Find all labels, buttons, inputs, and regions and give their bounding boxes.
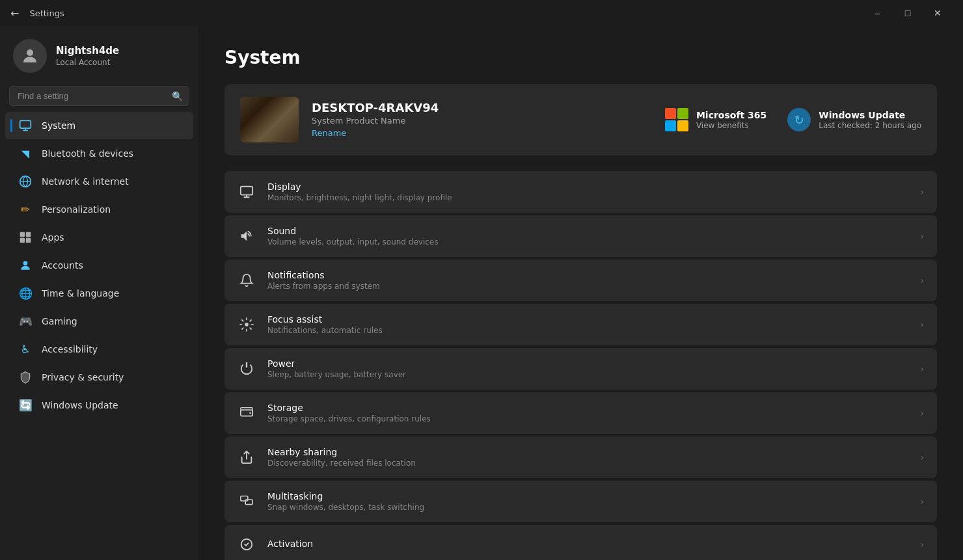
title-bar-left: ← Settings [10, 7, 64, 20]
sidebar-label-personalization: Personalization [42, 204, 111, 215]
sidebar: Nightsh4de Local Account 🔍 System ◥ [0, 26, 198, 560]
back-button[interactable]: ← [10, 7, 19, 20]
ms-tile-yellow [677, 120, 688, 131]
svg-point-8 [245, 323, 249, 327]
notifications-title: Notifications [267, 270, 908, 280]
sidebar-item-personalization[interactable]: ✏ Personalization [5, 196, 193, 223]
accounts-icon [18, 258, 33, 273]
focus-icon [237, 315, 256, 334]
setting-item-multitasking[interactable]: Multitasking Snap windows, desktops, tas… [224, 481, 937, 522]
gaming-icon: 🎮 [18, 314, 33, 328]
computer-name: DESKTOP-4RAKV94 [312, 101, 652, 114]
setting-item-storage[interactable]: Storage Storage space, drives, configura… [224, 392, 937, 434]
computer-info: DESKTOP-4RAKV94 System Product Name Rena… [312, 101, 652, 139]
setting-item-notifications[interactable]: Notifications Alerts from apps and syste… [224, 260, 937, 301]
display-title: Display [267, 181, 908, 192]
activation-title: Activation [267, 539, 908, 549]
setting-item-nearby[interactable]: Nearby sharing Discoverability, received… [224, 436, 937, 478]
power-title: Power [267, 358, 908, 369]
settings-list: Display Monitors, brightness, night ligh… [224, 171, 937, 560]
sidebar-label-time: Time & language [42, 288, 119, 299]
windows-update-sublabel: Last checked: 2 hours ago [819, 121, 921, 130]
sidebar-item-time[interactable]: 🌐 Time & language [5, 280, 193, 307]
sidebar-item-update[interactable]: 🔄 Windows Update [5, 392, 193, 419]
notifications-icon [237, 271, 256, 289]
multitasking-desc: Snap windows, desktops, task switching [267, 503, 908, 512]
notifications-desc: Alerts from apps and system [267, 282, 908, 291]
user-account-type: Local Account [56, 58, 119, 67]
nearby-title: Nearby sharing [267, 447, 908, 457]
power-desc: Sleep, battery usage, battery saver [267, 370, 908, 379]
windows-update-action[interactable]: ↻ Windows Update Last checked: 2 hours a… [787, 108, 921, 131]
sidebar-item-privacy[interactable]: Privacy & security [5, 364, 193, 391]
svg-rect-1 [20, 121, 31, 129]
multitasking-icon [237, 492, 256, 511]
ms-tile-red [665, 108, 676, 119]
svg-rect-7 [241, 187, 252, 195]
maximize-button[interactable]: □ [893, 3, 923, 23]
storage-text: Storage Storage space, drives, configura… [267, 403, 908, 423]
sidebar-label-gaming: Gaming [42, 316, 77, 327]
content-area: System DESKTOP-4RAKV94 System Product Na… [198, 26, 963, 560]
microsoft365-label: Microsoft 365 [696, 110, 766, 120]
minimize-button[interactable]: – [863, 3, 893, 23]
sidebar-item-apps[interactable]: Apps [5, 224, 193, 251]
storage-icon [237, 404, 256, 422]
sidebar-item-system[interactable]: System [5, 112, 193, 139]
sidebar-label-update: Windows Update [42, 400, 118, 410]
sidebar-label-bluetooth: Bluetooth & devices [42, 148, 133, 159]
sidebar-label-system: System [42, 120, 75, 131]
nearby-desc: Discoverability, received files location [267, 459, 908, 468]
power-chevron: › [920, 364, 924, 374]
computer-image [240, 97, 299, 142]
setting-item-focus[interactable]: Focus assist Notifications, automatic ru… [224, 304, 937, 345]
sidebar-item-network[interactable]: Network & internet [5, 168, 193, 195]
svg-rect-4 [20, 238, 25, 243]
network-icon [18, 174, 33, 189]
sidebar-label-privacy: Privacy & security [42, 372, 124, 382]
sidebar-item-bluetooth[interactable]: ◥ Bluetooth & devices [5, 140, 193, 167]
search-input[interactable] [9, 86, 189, 106]
sidebar-item-gaming[interactable]: 🎮 Gaming [5, 308, 193, 335]
sound-chevron: › [920, 231, 924, 241]
setting-item-activation[interactable]: Activation › [224, 525, 937, 560]
search-icon-button[interactable]: 🔍 [172, 91, 183, 101]
time-icon: 🌐 [18, 286, 33, 300]
multitasking-text: Multitasking Snap windows, desktops, tas… [267, 491, 908, 512]
setting-item-sound[interactable]: Sound Volume levels, output, input, soun… [224, 215, 937, 257]
sound-icon [237, 227, 256, 245]
sound-text: Sound Volume levels, output, input, soun… [267, 226, 908, 247]
svg-rect-5 [26, 238, 31, 243]
sound-desc: Volume levels, output, input, sound devi… [267, 237, 908, 247]
focus-title: Focus assist [267, 314, 908, 325]
privacy-icon [18, 370, 33, 384]
nearby-icon [237, 448, 256, 466]
activation-chevron: › [920, 539, 924, 550]
window-title: Settings [29, 8, 64, 18]
sound-title: Sound [267, 226, 908, 236]
rename-button[interactable]: Rename [312, 128, 346, 138]
sidebar-item-accessibility[interactable]: ♿ Accessibility [5, 336, 193, 363]
microsoft365-action[interactable]: Microsoft 365 View benefits [665, 108, 766, 131]
sidebar-label-accessibility: Accessibility [42, 344, 98, 354]
microsoft365-text: Microsoft 365 View benefits [696, 110, 766, 130]
windows-update-label: Windows Update [819, 110, 921, 120]
setting-item-display[interactable]: Display Monitors, brightness, night ligh… [224, 171, 937, 213]
computer-image-texture [240, 97, 299, 142]
close-button[interactable]: ✕ [923, 3, 953, 23]
svg-rect-3 [26, 232, 31, 237]
power-text: Power Sleep, battery usage, battery save… [267, 358, 908, 379]
storage-title: Storage [267, 403, 908, 413]
notifications-chevron: › [920, 275, 924, 286]
sidebar-item-accounts[interactable]: Accounts [5, 252, 193, 279]
accessibility-icon: ♿ [18, 342, 33, 356]
multitasking-title: Multitasking [267, 491, 908, 501]
bluetooth-icon: ◥ [18, 146, 33, 161]
user-profile[interactable]: Nightsh4de Local Account [0, 31, 198, 83]
microsoft365-icon [665, 108, 688, 131]
microsoft365-sublabel: View benefits [696, 121, 766, 130]
ms-tile-blue [665, 120, 676, 131]
setting-item-power[interactable]: Power Sleep, battery usage, battery save… [224, 348, 937, 390]
windows-update-text: Windows Update Last checked: 2 hours ago [819, 110, 921, 130]
apps-icon [18, 230, 33, 245]
